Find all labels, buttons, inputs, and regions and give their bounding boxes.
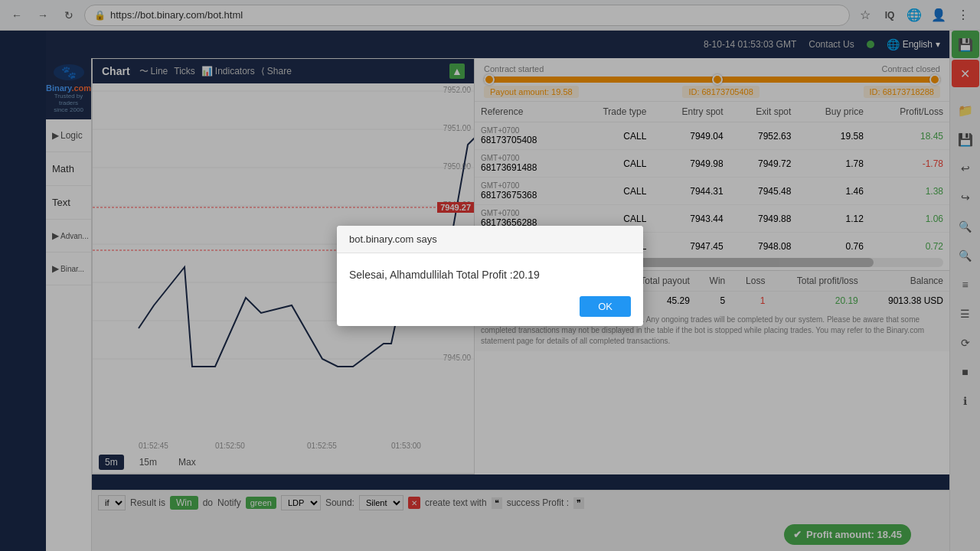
dialog-buttons: OK (337, 290, 643, 326)
dialog-title: bot.binary.com says (337, 226, 643, 253)
dialog-overlay: bot.binary.com says Selesai, Alhamdullil… (0, 0, 980, 551)
dialog-ok-button[interactable]: OK (580, 296, 631, 317)
dialog-message: Selesai, Alhamdullilah Total Profit :20.… (337, 253, 643, 290)
dialog-box: bot.binary.com says Selesai, Alhamdullil… (337, 226, 643, 326)
